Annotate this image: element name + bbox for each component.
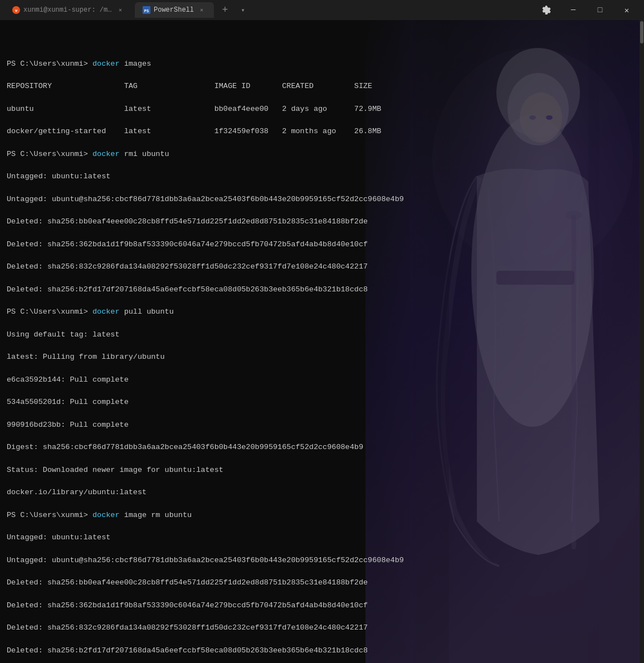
wsl-tab[interactable]: W xunmi@xunmi-super: /mnt/c/Users/xunmi … [4,2,133,18]
line-4: docker/getting-started latest 1f32459ef0… [7,126,637,137]
line-14: latest: Pulling from library/ubuntu [7,352,637,363]
svg-text:W: W [15,9,17,13]
line-23: Untagged: ubuntu@sha256:cbcf86d7781dbb3a… [7,555,637,566]
line-18: Digest: sha256:cbcf86d7781dbb3a6aa2bcea2… [7,442,637,453]
prompt: PS C:\Users\xunmi> [7,308,92,316]
line-16: 534a5505201d: Pull complete [7,397,637,408]
cmd-args: images [120,60,152,68]
add-tab-button[interactable]: + [216,1,234,19]
cmd-docker: docker [92,150,120,158]
cmd-args: pull ubuntu [120,308,174,316]
line-22: Untagged: ubuntu:latest [7,532,637,543]
maximize-button[interactable]: □ [587,1,613,19]
line-11: Deleted: sha256:b2fd17df207168da45a6eefc… [7,284,637,295]
cmd-docker: docker [92,308,120,316]
line-12: PS C:\Users\xunmi> docker pull ubuntu [7,306,637,318]
line-25: Deleted: sha256:362bda1d1f9b8af533390c60… [7,600,637,611]
line-13: Using default tag: latest [7,329,637,340]
line-20: docker.io/library/ubuntu:latest [7,487,637,498]
wsl-icon: W [12,6,20,14]
close-button[interactable]: ✕ [614,1,640,19]
tab-dropdown-button[interactable]: ▾ [236,3,250,17]
line-6: Untagged: ubuntu:latest [7,171,637,182]
line-10: Deleted: sha256:832c9286fda134a08292f530… [7,261,637,272]
cmd-docker: docker [92,511,120,519]
line-3: ubuntu latest bb0eaf4eee00 2 days ago 72… [7,104,637,115]
ps-icon: PS [143,6,150,14]
ps-tab[interactable]: PS PowerShell ✕ [135,2,214,18]
cmd-docker: docker [92,60,120,68]
app-window: W xunmi@xunmi-super: /mnt/c/Users/xunmi … [0,0,644,663]
prompt: PS C:\Users\xunmi> [7,60,92,68]
cmd-args: image rm ubuntu [120,511,192,519]
prompt: PS C:\Users\xunmi> [7,150,92,158]
tab-strip: W xunmi@xunmi-super: /mnt/c/Users/xunmi … [4,1,531,19]
window-controls: ─ □ ✕ [534,1,640,19]
wsl-tab-close[interactable]: ✕ [116,6,125,14]
line-27: Deleted: sha256:b2fd17df207168da45a6eefc… [7,645,637,656]
ps-tab-label: PowerShell [154,6,194,14]
settings-button[interactable] [534,1,559,19]
terminal-area[interactable]: PS C:\Users\xunmi> docker images REPOSIT… [0,20,644,663]
svg-text:PS: PS [144,9,149,13]
prompt: PS C:\Users\xunmi> [7,511,92,519]
ps-tab-close[interactable]: ✕ [197,6,206,14]
wsl-tab-label: xunmi@xunmi-super: /mnt/c/Users/xunmi [23,6,113,14]
line-2: REPOSITORY TAG IMAGE ID CREATED SIZE [7,81,637,92]
title-bar: W xunmi@xunmi-super: /mnt/c/Users/xunmi … [0,0,644,20]
line-9: Deleted: sha256:362bda1d1f9b8af533390c60… [7,239,637,250]
line-26: Deleted: sha256:832c9286fda134a08292f530… [7,622,637,633]
minimize-button[interactable]: ─ [560,1,586,19]
line-1: PS C:\Users\xunmi> docker images [7,58,637,70]
line-24: Deleted: sha256:bb0eaf4eee00c28cb8ffd54e… [7,577,637,588]
line-8: Deleted: sha256:bb0eaf4eee00c28cb8ffd54e… [7,216,637,227]
terminal-output: PS C:\Users\xunmi> docker images REPOSIT… [0,20,644,663]
line-19: Status: Downloaded newer image for ubunt… [7,465,637,476]
line-5: PS C:\Users\xunmi> docker rmi ubuntu [7,149,637,160]
line-7: Untagged: ubuntu@sha256:cbcf86d7781dbb3a… [7,194,637,205]
line-17: 990916bd23bb: Pull complete [7,420,637,431]
line-15: e6ca3592b144: Pull complete [7,374,637,386]
cmd-args: rmi ubuntu [120,150,169,158]
line-21: PS C:\Users\xunmi> docker image rm ubunt… [7,510,637,521]
